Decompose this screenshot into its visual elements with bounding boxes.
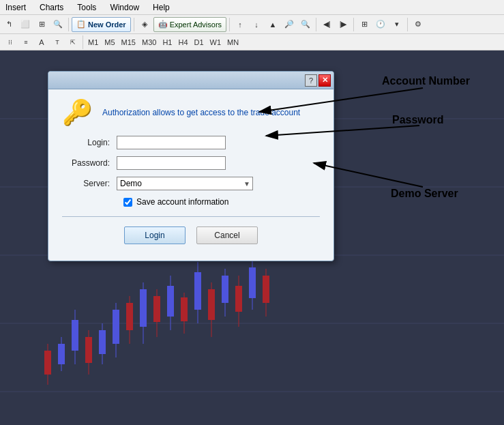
server-label: Server: <box>62 179 117 188</box>
tb-cursor-btn[interactable]: ⬜ <box>18 17 33 32</box>
new-order-button[interactable]: 📋 New Order <box>72 17 131 32</box>
tf-w1[interactable]: W1 <box>207 35 224 49</box>
separator3 <box>229 18 230 31</box>
password-input[interactable] <box>117 156 226 170</box>
password-row: Password: <box>62 156 320 170</box>
tb-chart-type-btn[interactable]: ▲ <box>265 17 280 32</box>
separator6 <box>407 18 408 31</box>
server-select-wrapper: Demo ▼ <box>117 177 253 190</box>
tb-crosshair-btn[interactable]: ⊞ <box>34 17 49 32</box>
dialog-body: 🔑 Authorization allows to get access to … <box>48 89 333 261</box>
tb-shift-left-btn[interactable]: ◀| <box>319 17 334 32</box>
menu-help[interactable]: Help <box>150 1 173 14</box>
tb-clock-btn[interactable]: 🕐 <box>373 17 388 32</box>
tf-mn[interactable]: MN <box>224 35 241 49</box>
tb-arrow-btn[interactable]: ↰ <box>1 17 16 32</box>
tb-diamond-btn[interactable]: ◈ <box>137 17 152 32</box>
tf-h4[interactable]: H4 <box>175 35 190 49</box>
keys-icon: 🔑 <box>62 100 93 125</box>
tb-chart-down-btn[interactable]: ↓ <box>249 17 264 32</box>
toolbar2: ⁞⁞ ≡ A T ⇱ M1 M5 M15 M30 H1 H4 D1 W1 MN <box>0 34 504 50</box>
menu-insert[interactable]: Insert <box>3 1 29 14</box>
login-button[interactable]: Login <box>124 226 186 244</box>
separator5 <box>353 18 354 31</box>
tb-line-btn[interactable]: ⁞⁞ <box>3 35 18 50</box>
save-account-checkbox[interactable] <box>123 198 132 207</box>
dialog-help-button[interactable]: ? <box>305 74 317 87</box>
separator2 <box>134 18 134 31</box>
tf-m15[interactable]: M15 <box>119 35 138 49</box>
new-order-label: New Order <box>88 20 126 29</box>
tb-arrow2-btn[interactable]: ⇱ <box>65 35 80 50</box>
new-order-icon: 📋 <box>76 20 86 29</box>
expert-advisors-icon: 🤖 <box>158 20 168 29</box>
expert-advisors-label: Expert Advisors <box>170 20 222 29</box>
tf-d1[interactable]: D1 <box>192 35 207 49</box>
password-label: Password: <box>62 158 117 168</box>
cancel-button[interactable]: Cancel <box>196 226 258 244</box>
save-account-row: Save account information <box>123 197 320 207</box>
save-account-label: Save account information <box>136 197 228 207</box>
dialog-divider <box>62 216 320 217</box>
tb-settings-btn[interactable]: ⚙ <box>411 17 426 32</box>
dialog-titlebar: ? ✕ <box>48 72 333 89</box>
toolbar1: ↰ ⬜ ⊞ 🔍 📋 New Order ◈ 🤖 Expert Advisors … <box>0 15 504 34</box>
tb-hline-btn[interactable]: ≡ <box>18 35 33 50</box>
dialog-btn-row: Login Cancel <box>62 226 320 244</box>
dialog-close-button[interactable]: ✕ <box>318 74 331 87</box>
dialog-header: 🔑 Authorization allows to get access to … <box>62 100 320 125</box>
tb-zoom-in-btn[interactable]: 🔎 <box>282 17 297 32</box>
login-row: Login: <box>62 136 320 149</box>
tf-m1[interactable]: M1 <box>85 35 101 49</box>
tf-m30[interactable]: M30 <box>139 35 159 49</box>
tf-m5[interactable]: M5 <box>102 35 117 49</box>
menu-window[interactable]: Window <box>107 1 142 14</box>
menu-tools[interactable]: Tools <box>74 1 99 14</box>
dialog-info-text: Authorization allows to get access to th… <box>102 108 300 117</box>
login-dialog: ? ✕ 🔑 Authorization allows to get access… <box>48 71 334 261</box>
login-label: Login: <box>62 138 117 147</box>
expert-advisors-button[interactable]: 🤖 Expert Advisors <box>153 17 226 32</box>
tb-zoom-btn[interactable]: 🔍 <box>50 17 65 32</box>
tb-text-btn[interactable]: A <box>34 35 49 50</box>
separator4 <box>316 18 316 31</box>
login-input[interactable] <box>117 136 226 149</box>
tb-zoom-out-btn[interactable]: 🔍 <box>298 17 313 32</box>
tb-label-btn[interactable]: T <box>50 35 65 50</box>
separator7 <box>83 35 83 49</box>
server-row: Server: Demo ▼ <box>62 177 320 190</box>
tf-h1[interactable]: H1 <box>160 35 175 49</box>
tb-shift-right-btn[interactable]: |▶ <box>336 17 351 32</box>
modal-overlay: ? ✕ 🔑 Authorization allows to get access… <box>0 50 504 425</box>
server-select[interactable]: Demo <box>117 177 253 190</box>
tb-grid-btn[interactable]: ⊞ <box>357 17 372 32</box>
tb-chart-up-btn[interactable]: ↑ <box>233 17 248 32</box>
separator1 <box>68 18 69 31</box>
menu-bar: Insert Charts Tools Window Help <box>0 0 504 15</box>
menu-charts[interactable]: Charts <box>37 1 66 14</box>
tb-dropdown-btn[interactable]: ▾ <box>389 17 404 32</box>
